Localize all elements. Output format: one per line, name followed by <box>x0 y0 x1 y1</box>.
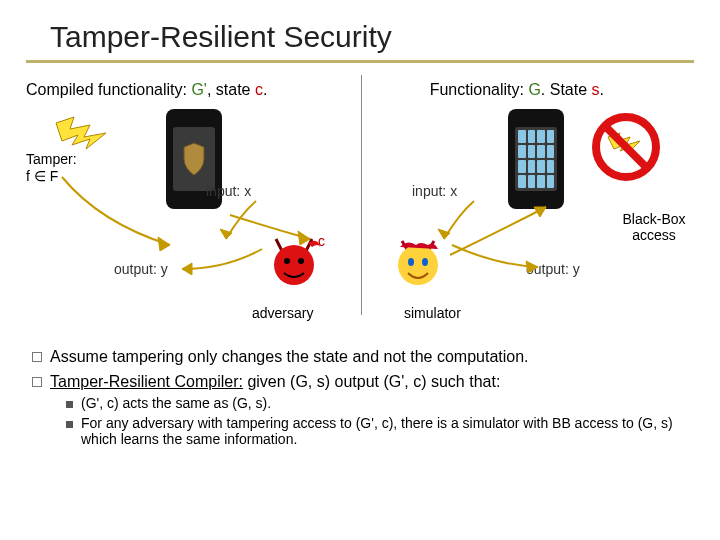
svg-marker-0 <box>56 117 106 149</box>
sub-bullet-2: For any adversary with tampering access … <box>81 415 688 447</box>
right-header: Functionality: G. State s. <box>430 81 604 99</box>
left-header: Compiled functionality: G', state c. <box>26 81 267 99</box>
phone-right <box>508 109 564 209</box>
bullet-2: Tamper-Resilient Compiler: given (G, s) … <box>50 373 500 391</box>
sub-bullet-1: (G', c) acts the same as (G, s). <box>81 395 271 411</box>
svg-marker-6 <box>182 263 192 275</box>
vertical-divider <box>361 75 362 315</box>
adversary-icon <box>266 233 322 289</box>
svg-marker-10 <box>526 261 538 273</box>
simulator-icon <box>390 233 446 289</box>
svg-point-16 <box>422 258 428 266</box>
svg-point-15 <box>408 258 414 266</box>
blackbox-label: Black-Boxaccess <box>614 211 694 243</box>
bolt-icon <box>54 115 118 155</box>
svg-point-13 <box>298 258 304 264</box>
arrow-sim-output <box>446 237 546 277</box>
arrow-tamper-left <box>40 173 180 263</box>
diagram-stage: Compiled functionality: G', state c. Fun… <box>26 81 694 341</box>
no-tamper-icon <box>588 109 664 185</box>
svg-line-3 <box>605 126 647 168</box>
bullet-list: Assume tampering only changes the state … <box>26 345 694 447</box>
input-x-left: input: x <box>206 183 251 199</box>
adversary-label: adversary <box>252 305 313 321</box>
svg-point-12 <box>284 258 290 264</box>
shield-icon <box>180 141 208 177</box>
svg-point-11 <box>274 245 314 285</box>
slide-title: Tamper-Resilient Security <box>26 20 694 63</box>
input-x-right: input: x <box>412 183 457 199</box>
svg-marker-5 <box>158 237 170 251</box>
output-y-left: output: y <box>114 261 168 277</box>
bullet-1: Assume tampering only changes the state … <box>50 348 529 366</box>
simulator-label: simulator <box>404 305 461 321</box>
